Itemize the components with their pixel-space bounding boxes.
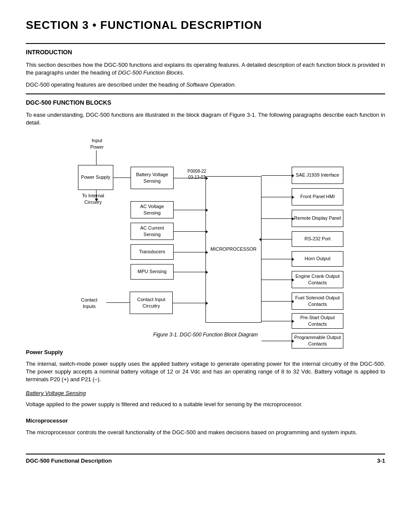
battery-voltage-sensing-text: Voltage applied to the power supply is f… — [26, 401, 385, 408]
microprocessor-text: The microprocessor controls the overall … — [26, 429, 385, 436]
power-supply-text: The internal, switch-mode power supply u… — [26, 360, 385, 384]
arrow-mp-to-fs — [262, 301, 292, 302]
arrow-mp-to-ec — [262, 280, 292, 280]
block-programmable: Programmable Output Contacts — [292, 333, 343, 348]
arrow-ps-to-bvs — [113, 177, 131, 178]
label-to-internal: To InternalCircuitry — [74, 193, 112, 206]
block-battery-voltage: Battery Voltage Sensing — [131, 167, 174, 189]
block-diagram-wrapper: InputPower Power Supply To InternalCircu… — [26, 137, 385, 339]
arrow-mp-to-prog — [262, 341, 292, 341]
arrow-input-to-ps — [96, 150, 97, 165]
block-ac-voltage: AC Voltage Sensing — [131, 201, 174, 218]
label-contact-inputs: ContactInputs — [72, 297, 106, 310]
block-remote-display: Remote Display Panel — [292, 210, 343, 227]
intro-paragraph-1: This section describes how the DGC-500 f… — [26, 61, 385, 77]
intro-divider — [26, 43, 385, 44]
arrow-mp-to-fp — [262, 197, 292, 197]
page-title: SECTION 3 • FUNCTIONAL DESCRIPTION — [26, 17, 385, 33]
battery-voltage-sensing-heading: Battery Voltage Sensing — [26, 389, 385, 397]
blocks-intro-text: To ease understanding, DGC-500 functions… — [26, 111, 385, 127]
block-mpu: MPU Sensing — [131, 264, 174, 280]
block-ac-current: AC Current Sensing — [131, 223, 174, 240]
blocks-heading: DGC-500 FUNCTION BLOCKS — [26, 99, 385, 107]
arrow-acc-to-mp — [174, 231, 206, 232]
intro-p2-italic: Software Operation — [186, 81, 234, 88]
arrow-trans-to-mp — [174, 252, 206, 252]
arrow-rs232-to-mp — [262, 239, 292, 240]
block-microprocessor: MICROPROCESSOR — [206, 176, 262, 323]
figure-caption: Figure 3-1. DGC-500 Function Block Diagr… — [153, 331, 258, 339]
intro-heading: INTRODUCTION — [26, 48, 385, 57]
block-transducers: Transducers — [131, 244, 174, 260]
arrow-mpu-to-mp — [174, 272, 206, 272]
footer-right: 3-1 — [377, 457, 385, 465]
block-front-panel: Front Panel HMI — [292, 188, 343, 205]
arrow-mp-to-ps2 — [262, 321, 292, 321]
power-supply-heading: Power Supply — [26, 348, 385, 356]
arrow-mp-to-rd — [262, 218, 292, 219]
page-footer: DGC-500 Functional Description 3-1 — [26, 454, 385, 465]
arrow-cic-to-mp — [173, 303, 206, 303]
arrow-mp-to-sae — [262, 175, 292, 176]
label-input-power: InputPower — [84, 137, 110, 151]
microprocessor-heading: Microprocessor — [26, 417, 385, 425]
block-fuel-solenoid: Fuel Solenoid Output Contacts — [292, 292, 343, 310]
block-power-supply: Power Supply — [78, 165, 113, 190]
arrow-mp-to-horn — [262, 259, 292, 259]
intro-paragraph-2: DGC-500 operating features are described… — [26, 81, 385, 89]
block-engine-crank: Engine Crank Output Contacts — [292, 271, 343, 288]
arrow-ps-down — [96, 190, 97, 199]
blocks-divider — [26, 93, 385, 94]
block-sae: SAE J1939 Interface — [292, 167, 343, 184]
block-diagram: InputPower Power Supply To InternalCircu… — [59, 137, 352, 327]
block-rs232: RS-232 Port — [292, 231, 343, 247]
block-contact-input-circ: Contact Input Circuitry — [130, 292, 173, 314]
arrow-ci-to-cic — [106, 302, 130, 303]
arrow-bvs-to-mp — [174, 178, 206, 178]
intro-p1-italic: DGC-500 Function Blocks — [118, 69, 183, 76]
block-pre-start: Pre-Start Output Contacts — [292, 313, 343, 329]
arrow-acv-to-mp — [174, 210, 206, 210]
block-horn: Horn Output — [292, 251, 343, 267]
footer-left: DGC-500 Functional Description — [26, 457, 112, 465]
